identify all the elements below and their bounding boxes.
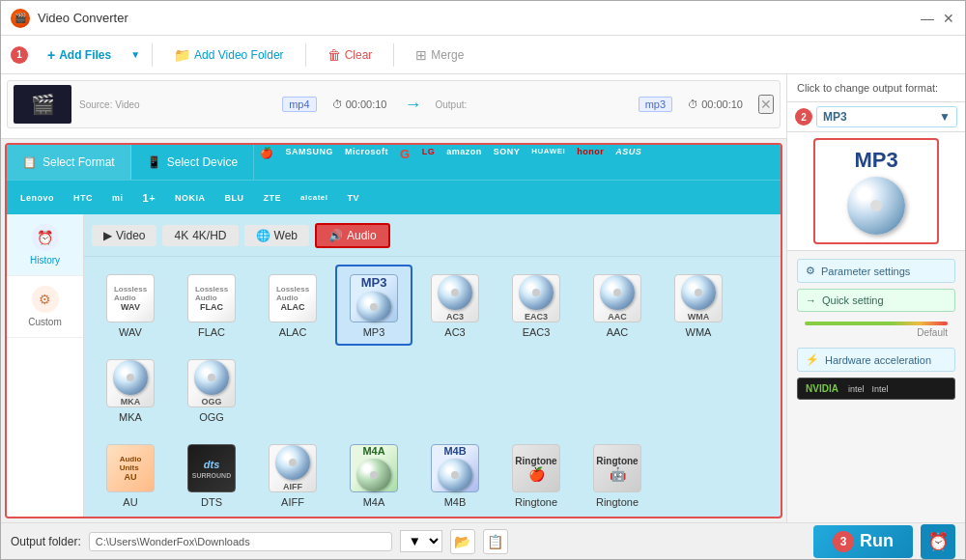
audio-speaker-icon: 🔊 xyxy=(328,229,343,242)
brand-lg[interactable]: LG xyxy=(416,145,441,180)
alarm-icon: ⏰ xyxy=(927,531,949,552)
alarm-button[interactable]: ⏰ xyxy=(921,524,955,559)
file-list: 🎬 Source: Video mp4 ⏱ 00:00:10 → Output:… xyxy=(1,74,786,139)
sidebar-history-btn[interactable]: ⏰ History xyxy=(7,214,83,276)
parameter-settings-button[interactable]: ⚙ Parameter settings xyxy=(797,259,955,283)
format-item-aac[interactable]: AAC AAC xyxy=(579,265,656,346)
brand-amazon[interactable]: amazon xyxy=(440,145,488,180)
copy-path-button[interactable]: 📋 xyxy=(483,529,508,554)
dropdown-arrow-icon: ▼ xyxy=(939,110,951,124)
app-icon: 🎬 xyxy=(11,9,30,28)
output-path-dropdown[interactable]: ▼ xyxy=(400,530,442,552)
format-tab-icon: 📋 xyxy=(22,155,37,169)
output-format-selector: 2 MP3 ▼ xyxy=(787,102,965,132)
format-select-dropdown[interactable]: MP3 ▼ xyxy=(816,106,957,127)
brand-tv[interactable]: TV xyxy=(341,191,365,205)
quality-slider[interactable] xyxy=(805,322,948,325)
nvidia-button[interactable]: NVIDIA intel Intel xyxy=(797,378,955,400)
brand-google[interactable]: G xyxy=(394,145,416,180)
format-item-mka[interactable]: MKA MKA xyxy=(92,350,169,431)
format-content-row: ⏰ History ⚙ Custom ▶ Vide xyxy=(7,214,781,517)
select-device-tab[interactable]: 📱 Select Device xyxy=(131,145,254,180)
brand-alcatel[interactable]: alcatel xyxy=(295,191,333,204)
main-area: 🎬 Source: Video mp4 ⏱ 00:00:10 → Output:… xyxy=(1,74,965,522)
app-title: Video Converter xyxy=(38,11,921,25)
fourk-type-button[interactable]: 4K 4K/HD xyxy=(162,225,238,246)
merge-icon: ⊞ xyxy=(415,47,427,63)
output-path-input[interactable] xyxy=(89,532,392,551)
format-item-flac[interactable]: LosslessAudioFLAC FLAC xyxy=(173,265,250,346)
video-type-button[interactable]: ▶ Video xyxy=(92,225,156,246)
mp3-preview-title: MP3 xyxy=(854,148,897,173)
format-item-au[interactable]: AudioUnitsAU AU xyxy=(92,434,169,516)
open-folder-icon: 📂 xyxy=(454,534,470,549)
right-panel: Click to change output format: 2 MP3 ▼ M… xyxy=(786,74,965,522)
brand-samsung[interactable]: SAMSUNG xyxy=(280,145,340,180)
brand-honor[interactable]: honor xyxy=(571,145,610,180)
web-icon: 🌐 xyxy=(256,229,270,242)
format-overlay: 📋 Select Format 📱 Select Device 🍎 SAMSUN… xyxy=(5,143,782,518)
output-format-header: Click to change output format: xyxy=(787,74,965,102)
thumbnail-image: 🎬 xyxy=(31,93,55,116)
format-item-wav[interactable]: LosslessAudioWAV WAV xyxy=(92,265,169,346)
brand-tabs-row2: Lenovo HTC mi 1+ NOKIA BLU ZTE alcatel T… xyxy=(7,180,781,214)
run-button[interactable]: 3 Run xyxy=(813,525,913,558)
brand-htc[interactable]: HTC xyxy=(68,191,99,205)
step1-badge: 1 xyxy=(11,46,28,64)
file-row: 🎬 Source: Video mp4 ⏱ 00:00:10 → Output:… xyxy=(7,80,781,128)
file-close-button[interactable]: ✕ xyxy=(758,95,774,114)
add-folder-button[interactable]: 📁 Add Video Folder xyxy=(164,43,294,67)
settings-icon: ⚙ xyxy=(806,265,815,277)
format-item-aiff[interactable]: AIFF AIFF xyxy=(254,434,331,516)
format-item-wma[interactable]: WMA WMA xyxy=(660,265,737,346)
file-source-info: Source: Video xyxy=(79,98,270,110)
fourk-icon: 4K xyxy=(174,229,188,242)
brand-huawei[interactable]: HUAWEI xyxy=(526,145,571,180)
file-thumbnail: 🎬 xyxy=(14,85,71,124)
clear-button[interactable]: 🗑 Clear xyxy=(318,43,383,67)
format-item-m4b[interactable]: M4B M4B xyxy=(416,434,494,516)
format-item-ringtone-apple[interactable]: Ringtone 🍎 Ringtone xyxy=(497,434,575,516)
browse-folder-button[interactable]: 📂 xyxy=(450,529,475,554)
audio-type-button[interactable]: 🔊 Audio xyxy=(315,223,390,248)
toolbar-divider-3 xyxy=(393,43,394,67)
mp3-disc-image xyxy=(847,177,905,235)
add-files-dropdown-arrow[interactable]: ▼ xyxy=(130,49,140,60)
plus-icon: + xyxy=(47,47,55,63)
format-item-eac3[interactable]: EAC3 EAC3 xyxy=(497,265,575,346)
brand-sony[interactable]: SONY xyxy=(488,145,526,180)
step2-badge: 2 xyxy=(795,108,812,126)
format-grid-area: LosslessAudioWAV WAV LosslessAudioFLAC F… xyxy=(84,257,781,517)
format-item-dts[interactable]: dtsSURROUND DTS xyxy=(173,434,250,516)
format-item-ogg[interactable]: OGG OGG xyxy=(173,350,250,431)
copy-icon: 📋 xyxy=(487,534,503,549)
close-button[interactable]: ✕ xyxy=(942,12,955,25)
folder-icon: 📁 xyxy=(174,47,190,63)
format-item-alac[interactable]: LosslessAudioALAC ALAC xyxy=(254,265,331,346)
output-format-badge: mp3 xyxy=(639,97,672,112)
minimize-button[interactable]: — xyxy=(921,12,934,25)
brand-oneplus[interactable]: 1+ xyxy=(137,190,162,206)
merge-button[interactable]: ⊞ Merge xyxy=(406,43,473,67)
video-play-icon: ▶ xyxy=(103,229,112,242)
brand-zte[interactable]: ZTE xyxy=(258,191,288,205)
brand-lenovo[interactable]: Lenovo xyxy=(14,191,60,205)
hardware-acceleration-button[interactable]: ⚡ Hardware acceleration xyxy=(797,348,955,372)
select-format-tab[interactable]: 📋 Select Format xyxy=(7,145,131,180)
hw-icon: ⚡ xyxy=(806,353,819,366)
format-item-ringtone-android[interactable]: Ringtone 🤖 Ringtone xyxy=(579,434,656,516)
web-type-button[interactable]: 🌐 Web xyxy=(244,225,309,246)
format-item-ac3[interactable]: AC3 AC3 xyxy=(416,265,494,346)
brand-blu[interactable]: BLU xyxy=(219,191,250,205)
format-item-mp3[interactable]: MP3 MP3 xyxy=(335,265,412,346)
brand-mi[interactable]: mi xyxy=(106,191,129,205)
bottom-bar: Output folder: ▼ 📂 📋 3 Run ⏰ xyxy=(1,522,965,559)
quick-setting-button[interactable]: → Quick setting xyxy=(797,289,955,312)
brand-nokia[interactable]: NOKIA xyxy=(169,191,212,205)
brand-asus[interactable]: ASUS xyxy=(610,145,647,180)
add-files-button[interactable]: + Add Files xyxy=(38,43,121,67)
brand-apple[interactable]: 🍎 xyxy=(254,145,280,180)
brand-microsoft[interactable]: Microsoft xyxy=(339,145,394,180)
sidebar-custom-btn[interactable]: ⚙ Custom xyxy=(7,276,83,338)
format-item-m4a[interactable]: M4A M4A xyxy=(335,434,412,516)
